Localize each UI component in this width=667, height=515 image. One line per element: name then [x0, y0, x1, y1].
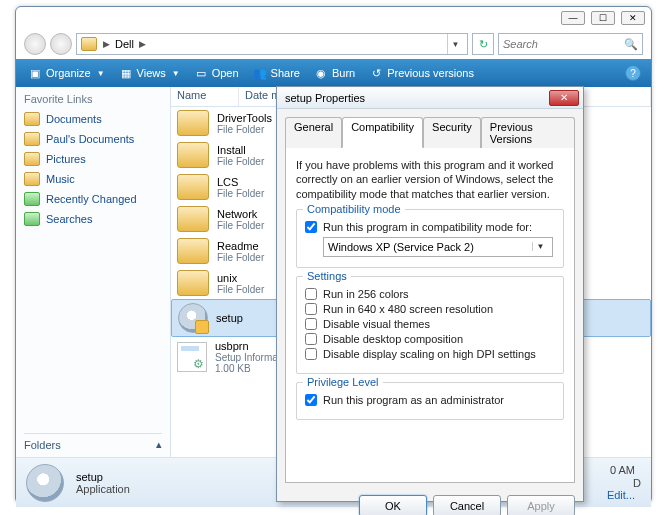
help-button[interactable]: ? [625, 65, 641, 81]
dialog-titlebar[interactable]: setup Properties ✕ [277, 87, 583, 109]
dialog-close-button[interactable]: ✕ [549, 90, 579, 106]
maximize-button[interactable]: ☐ [591, 11, 615, 25]
tab-general[interactable]: General [285, 117, 342, 148]
file-sub: File Folder [217, 252, 264, 263]
views-icon: ▦ [119, 66, 133, 80]
settings-input[interactable] [305, 303, 317, 315]
previous-versions-button[interactable]: ↺Previous versions [363, 64, 480, 82]
share-icon: 👥 [253, 66, 267, 80]
settings-checkbox[interactable]: Run in 256 colors [305, 288, 555, 300]
settings-input[interactable] [305, 348, 317, 360]
details-date-label: D [633, 477, 641, 489]
settings-label: Disable desktop composition [323, 333, 463, 345]
settings-label: Disable display scaling on high DPI sett… [323, 348, 536, 360]
settings-group: Settings Run in 256 colorsRun in 640 x 4… [296, 276, 564, 374]
edit-link[interactable]: Edit... [607, 489, 635, 501]
nav-link-label: Documents [46, 113, 102, 125]
folder-icon [24, 192, 40, 206]
forward-button[interactable] [50, 33, 72, 55]
nav-link[interactable]: Music [24, 169, 162, 189]
share-button[interactable]: 👥Share [247, 64, 306, 82]
breadcrumb-item[interactable]: Dell [115, 38, 134, 50]
file-name: setup [216, 312, 243, 324]
file-sub: File Folder [217, 156, 264, 167]
folder-icon [24, 132, 40, 146]
file-sub: File Folder [217, 188, 264, 199]
compat-mode-group: Compatibility mode Run this program in c… [296, 209, 564, 268]
compat-mode-select[interactable]: Windows XP (Service Pack 2) ▼ [323, 237, 553, 257]
nav-link[interactable]: Pictures [24, 149, 162, 169]
back-button[interactable] [24, 33, 46, 55]
file-name: Readme [217, 240, 264, 252]
file-name: LCS [217, 176, 264, 188]
open-button[interactable]: ▭Open [188, 64, 245, 82]
search-box[interactable]: 🔍 [498, 33, 643, 55]
address-dropdown[interactable]: ▼ [447, 34, 463, 54]
settings-checkbox[interactable]: Disable desktop composition [305, 333, 555, 345]
nav-link-label: Recently Changed [46, 193, 137, 205]
nav-pane: Favorite Links DocumentsPaul's Documents… [16, 87, 171, 457]
folder-icon [177, 206, 209, 232]
admin-checkbox[interactable]: Run this program as an administrator [305, 394, 555, 406]
tab-compatibility[interactable]: Compatibility [342, 117, 423, 148]
nav-link[interactable]: Searches [24, 209, 162, 229]
settings-checkbox[interactable]: Run in 640 x 480 screen resolution [305, 303, 555, 315]
views-menu[interactable]: ▦Views▼ [113, 64, 186, 82]
file-sub: File Folder [217, 220, 264, 231]
compat-mode-checkbox[interactable]: Run this program in compatibility mode f… [305, 221, 555, 233]
col-name[interactable]: Name [171, 87, 239, 106]
settings-checkbox[interactable]: Disable visual themes [305, 318, 555, 330]
settings-label: Run in 256 colors [323, 288, 409, 300]
settings-input[interactable] [305, 333, 317, 345]
admin-input[interactable] [305, 394, 317, 406]
refresh-button[interactable]: ↻ [472, 33, 494, 55]
nav-link[interactable]: Recently Changed [24, 189, 162, 209]
ok-button[interactable]: OK [359, 495, 427, 515]
folder-icon [177, 174, 209, 200]
group-legend: Privilege Level [303, 376, 383, 388]
search-input[interactable] [503, 38, 624, 50]
nav-link-label: Searches [46, 213, 92, 225]
compat-intro: If you have problems with this program a… [296, 158, 564, 201]
group-legend: Compatibility mode [303, 203, 405, 215]
settings-input[interactable] [305, 318, 317, 330]
details-name: setup [76, 471, 130, 483]
window-titlebar: — ☐ ✕ [16, 7, 651, 29]
nav-link-label: Paul's Documents [46, 133, 134, 145]
address-bar[interactable]: ▶ Dell ▶ ▼ [76, 33, 468, 55]
nav-link[interactable]: Documents [24, 109, 162, 129]
nav-link[interactable]: Paul's Documents [24, 129, 162, 149]
cd-icon [26, 464, 64, 502]
nav-link-label: Music [46, 173, 75, 185]
apply-button[interactable]: Apply [507, 495, 575, 515]
tab-security[interactable]: Security [423, 117, 481, 148]
folder-icon [81, 37, 97, 51]
group-legend: Settings [303, 270, 351, 282]
cd-icon [178, 303, 208, 333]
tab-strip: General Compatibility Security Previous … [285, 117, 575, 148]
folder-icon [177, 238, 209, 264]
folder-icon [24, 212, 40, 226]
close-button[interactable]: ✕ [621, 11, 645, 25]
previous-icon: ↺ [369, 66, 383, 80]
file-sub: File Folder [217, 284, 264, 295]
organize-menu[interactable]: ▣Organize▼ [22, 64, 111, 82]
open-icon: ▭ [194, 66, 208, 80]
minimize-button[interactable]: — [561, 11, 585, 25]
compat-mode-input[interactable] [305, 221, 317, 233]
file-name: DriverTools [217, 112, 272, 124]
settings-checkbox[interactable]: Disable display scaling on high DPI sett… [305, 348, 555, 360]
burn-button[interactable]: ◉Burn [308, 64, 361, 82]
chevron-up-icon: ▴ [156, 438, 162, 451]
cancel-button[interactable]: Cancel [433, 495, 501, 515]
command-bar: ▣Organize▼ ▦Views▼ ▭Open 👥Share ◉Burn ↺P… [16, 59, 651, 87]
nav-link-label: Pictures [46, 153, 86, 165]
settings-input[interactable] [305, 288, 317, 300]
search-icon: 🔍 [624, 38, 638, 51]
tab-previous-versions[interactable]: Previous Versions [481, 117, 575, 148]
chevron-down-icon: ▼ [532, 242, 548, 251]
folder-icon [24, 172, 40, 186]
folders-header[interactable]: Folders▴ [24, 433, 162, 451]
file-name: Install [217, 144, 264, 156]
folder-icon [177, 270, 209, 296]
